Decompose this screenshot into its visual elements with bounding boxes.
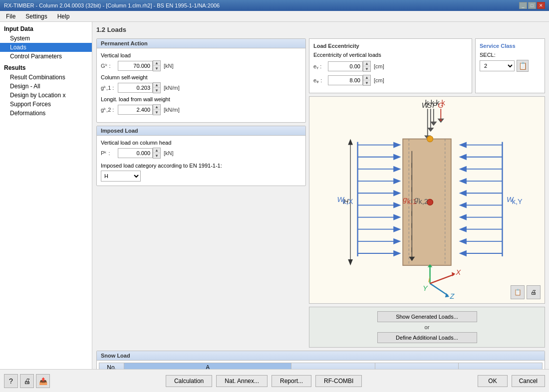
menu-bar: File Settings Help [0,11,549,22]
vertical-load-label: Vertical load [101,52,301,58]
sidebar-item-support-forces[interactable]: Support Forces [0,100,92,109]
ez-input[interactable]: 8.00 [328,75,363,85]
content-area: 1.2 Loads Permanent Action Vertical load… [92,22,549,369]
define-additional-loads-button[interactable]: Define Additional Loads... [377,332,477,343]
pk-input[interactable]: 0.000 [118,148,153,158]
ez-up[interactable]: ▲ [363,75,370,80]
sidebar-results-label: Results [0,63,92,73]
gk1-label: gᵏ,1 : [101,85,116,91]
maximize-button[interactable]: □ [528,2,536,9]
ez-down[interactable]: ▼ [363,80,370,85]
gk2-down[interactable]: ▼ [153,110,160,115]
export-icon[interactable]: 📤 [36,374,50,388]
main-layout: Input Data System Loads Control Paramete… [0,22,549,369]
svg-text:X: X [455,268,461,276]
svg-point-66 [427,136,433,142]
sidebar-item-design-all[interactable]: Design - All [0,82,92,91]
calculation-button[interactable]: Calculation [166,375,212,387]
column-self-weight-label: Column self-weight [101,74,301,80]
permanent-action-panel: Permanent Action Vertical load Gᵏ : 70.0… [96,38,306,123]
secl-label: SECL: [480,52,541,58]
vertical-load-column-label: Vertical load on column head [101,140,301,146]
snow-col-d-header [459,363,543,369]
sidebar-item-control[interactable]: Control Parameters [0,52,92,61]
cancel-button[interactable]: Cancel [512,375,545,387]
gk2-input[interactable]: 2.400 [118,105,153,115]
snow-col-b-header [291,363,375,369]
column-visualization: H [309,96,545,304]
snow-col-c-header [375,363,459,369]
eccentricity-panel: Load Eccentricity Eccentricity of vertic… [309,38,472,93]
help-icon[interactable]: ? [4,374,18,388]
pk-unit: [kN] [164,150,174,156]
sidebar-item-deformations[interactable]: Deformations [0,109,92,118]
gk1-up[interactable]: ▲ [153,83,160,88]
longit-load-label: Longit. load from wall weight [101,96,301,102]
snow-col-no: No. [99,363,124,369]
svg-text:g: g [414,196,418,203]
bottom-bar: ? 🖨 📤 Calculation Nat. Annex... Report..… [0,369,549,392]
svg-text:k,Y: k,Y [512,197,523,205]
nat-annex-button[interactable]: Nat. Annex... [216,375,268,387]
gk2-up[interactable]: ▲ [153,105,160,110]
svg-text:Y: Y [423,284,428,292]
pk-up[interactable]: ▲ [153,148,160,153]
or-text: or [425,324,430,330]
svg-text:k,X: k,X [342,197,353,205]
snow-load-header: Snow Load [97,351,545,361]
imposed-load-panel: Imposed Load Vertical load on column hea… [96,126,306,186]
sidebar-item-result-combinations[interactable]: Result Combinations [0,73,92,82]
title-text: RX-TIMBER - Column 2.04.0003 (32bit) - [… [4,2,220,8]
eccentricity-title: Load Eccentricity [313,43,468,49]
ok-button[interactable]: OK [478,375,507,387]
snow-load-panel: Snow Load No. A LC Description [96,351,545,369]
close-button[interactable]: ✕ [537,2,545,9]
service-class-panel: Service Class SECL: 1 2 3 📋 [475,38,545,93]
secl-info-button[interactable]: 📋 [517,60,529,72]
svg-text:k: k [441,99,445,107]
ez-label: eᵩ : [313,77,326,84]
gk-unit: [kN] [164,63,174,69]
gk1-unit: [kN/m] [164,85,180,91]
report-button[interactable]: Report... [272,375,311,387]
menu-help[interactable]: Help [53,12,74,21]
window-controls: _ □ ✕ [519,2,545,9]
sidebar-item-system[interactable]: System [0,34,92,43]
ey-up[interactable]: ▲ [363,61,370,66]
title-bar: RX-TIMBER - Column 2.04.0003 (32bit) - [… [0,0,549,11]
gk-input[interactable]: 70.000 [118,61,153,71]
ey-down[interactable]: ▼ [363,66,370,71]
gk2-unit: [kN/m] [164,107,180,113]
column-viz-svg: H [309,97,545,302]
svg-text:Z: Z [449,292,455,300]
sidebar-item-loads[interactable]: Loads [0,43,92,52]
pk-label: Pᵏ : [101,150,116,157]
service-class-title: Service Class [480,43,541,49]
print-icon[interactable]: 🖨 [20,374,34,388]
menu-file[interactable]: File [2,12,19,21]
viz-icon-1[interactable]: 📋 [511,285,525,299]
svg-text:g: g [403,196,407,203]
sidebar-item-design-location[interactable]: Design by Location x [0,91,92,100]
ey-label: eᵧ : [313,63,326,70]
ey-input[interactable]: 0.00 [328,61,363,71]
ey-unit: [cm] [374,63,384,69]
gk1-input[interactable]: 0.203 [118,83,153,93]
secl-select[interactable]: 1 2 3 [480,60,515,71]
category-select[interactable]: H A B C D E [101,171,141,182]
show-generated-loads-button[interactable]: Show Generated Loads... [377,311,477,322]
pk-down[interactable]: ▼ [153,153,160,158]
viz-icon-2[interactable]: 🖨 [527,285,541,299]
ez-unit: [cm] [374,77,384,83]
svg-text:k,2: k,2 [419,197,428,205]
gk1-down[interactable]: ▼ [153,88,160,93]
viz-icons: 📋 🖨 [511,285,541,299]
gk-down[interactable]: ▼ [153,66,160,71]
gk-up[interactable]: ▲ [153,61,160,66]
snow-col-a-header: A [124,363,291,369]
menu-settings[interactable]: Settings [21,12,51,21]
gk2-label: gᵏ,2 : [101,107,116,113]
rf-combi-button[interactable]: RF-COMBI [315,375,362,387]
page-title: 1.2 Loads [96,26,545,33]
minimize-button[interactable]: _ [519,2,527,9]
